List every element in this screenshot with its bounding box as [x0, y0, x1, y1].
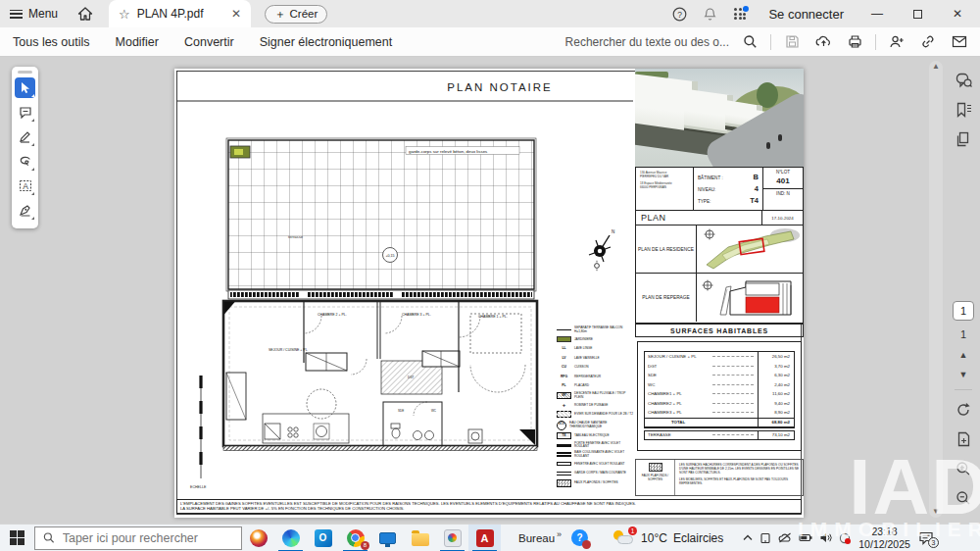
palette-drag-handle[interactable] — [18, 71, 32, 74]
chrome-badge: 8 — [361, 541, 369, 550]
apartment-walls — [223, 301, 537, 451]
legend-item: CUCUISSON — [557, 364, 633, 371]
pages-panel-button[interactable] — [952, 127, 975, 151]
bureau-toolbar[interactable]: Bureau » — [518, 532, 562, 544]
start-button[interactable] — [10, 530, 24, 545]
star-icon[interactable]: ☆ — [119, 7, 130, 22]
restore-icon — [913, 10, 922, 19]
expand-chevrons-icon[interactable]: » — [557, 529, 562, 539]
room-label-chambre1: CHAMBRE 1 + PL. — [478, 315, 508, 319]
taskbar-app-chrome[interactable]: 8 — [339, 525, 371, 551]
plus-icon: ＋ — [274, 7, 286, 22]
menu-button[interactable]: Menu — [0, 0, 68, 27]
tray-volume-icon[interactable] — [819, 532, 832, 543]
table-row: CHAMBRE2 + PL9,40 m2 — [645, 399, 794, 409]
share-button[interactable] — [812, 31, 834, 53]
table-row: SDE6,30 m2 — [645, 371, 794, 380]
table-terrasse-row: TERRASSE73,10 m2 — [644, 430, 795, 440]
page-scrollbar[interactable]: ▲ ▼ — [929, 61, 943, 518]
draw-tool[interactable] — [15, 151, 35, 172]
legend-symbol — [557, 411, 571, 418]
room-label-sde: SDE — [398, 409, 404, 413]
taskbar-app-edge[interactable] — [274, 525, 307, 551]
taskbar-app-opera[interactable] — [242, 525, 274, 551]
disclaimer-box: L'EMPLACEMENT DES GAINES SOFFITES EVENTU… — [176, 499, 802, 515]
search-field[interactable]: Rechercher du texte ou des o... — [565, 35, 729, 49]
fountain-pen-icon — [19, 204, 32, 217]
taskbar-app-explorer[interactable] — [404, 525, 436, 551]
title-block: 130 Avenue Maurice PIERREFEU DU VAR 18 E… — [635, 167, 804, 324]
monitor-icon — [379, 532, 396, 544]
print-button[interactable] — [844, 31, 865, 53]
taskbar-search[interactable] — [34, 526, 242, 550]
add-reviewer-button[interactable] — [886, 31, 907, 53]
next-page-button[interactable]: ▼ — [959, 370, 968, 379]
minimize-button[interactable]: — — [860, 0, 894, 27]
person-add-icon — [889, 34, 905, 49]
fit-page-button[interactable] — [952, 427, 975, 451]
sign-tool[interactable] — [15, 200, 35, 221]
comments-panel-button[interactable] — [952, 69, 975, 92]
tab-close-icon[interactable]: ✕ — [231, 7, 241, 21]
search-icon — [43, 531, 55, 544]
sign-menu-item[interactable]: Signer électroniquement — [247, 35, 406, 49]
zoom-out-button[interactable] — [952, 486, 975, 510]
save-button[interactable] — [781, 31, 803, 53]
zoom-in-button[interactable] — [952, 457, 975, 480]
close-button[interactable]: ✕ — [941, 0, 974, 27]
tools-menu-item[interactable]: Tous les outils — [0, 35, 103, 49]
restore-button[interactable] — [901, 0, 934, 27]
bureau-label: Bureau — [518, 532, 555, 544]
scroll-up-icon[interactable]: ▲ — [932, 63, 940, 71]
help-tray-icon[interactable]: ? — [571, 529, 588, 546]
tree — [757, 82, 778, 108]
taskbar-app-remote[interactable] — [371, 525, 404, 551]
select-tool[interactable] — [15, 77, 35, 98]
help-icon: ? — [672, 7, 687, 22]
add-text-tool[interactable]: A — [15, 175, 35, 196]
convert-menu-item[interactable]: Convertir — [172, 35, 247, 49]
edge-icon — [282, 529, 300, 547]
create-button[interactable]: ＋ Créer — [265, 5, 327, 24]
bookmarks-panel-button[interactable] — [952, 98, 975, 122]
taskbar-app-acrobat[interactable]: A — [468, 525, 501, 551]
titlebar-right: ? Se connecter — ✕ — [667, 0, 980, 27]
tray-battery-icon[interactable] — [799, 533, 812, 542]
highlight-tool[interactable] — [15, 126, 35, 147]
plan-legend: SEPARATIF TERRASSE BALCON H=1,80m JARDIN… — [557, 326, 633, 487]
notification-center-button[interactable]: 3 — [918, 531, 934, 545]
taskbar-app-paint[interactable] — [436, 525, 468, 551]
niveau-label: NIVEAU: — [698, 187, 715, 192]
bell-icon — [703, 7, 717, 22]
clock-date: 10/12/2025 — [858, 538, 910, 551]
tray-security-icon[interactable] — [839, 532, 851, 544]
tray-cloud-off-icon[interactable] — [778, 532, 792, 543]
signin-button[interactable]: Se connecter — [768, 7, 844, 22]
legend-symbol — [557, 479, 571, 487]
page-number-input[interactable]: 1 — [953, 301, 974, 321]
legend-item: RFGREFRIGERATEUR — [557, 374, 633, 380]
help-button[interactable]: ? — [667, 3, 691, 25]
link-button[interactable] — [917, 31, 939, 53]
apps-button[interactable] — [728, 3, 752, 25]
taskbar-app-outlook[interactable]: O — [307, 525, 339, 551]
previous-page-button[interactable]: ▲ — [959, 350, 968, 360]
email-button[interactable] — [949, 31, 970, 53]
legend-symbol: EP — [557, 392, 571, 399]
scroll-down-icon[interactable]: ▼ — [932, 508, 940, 516]
comment-icon — [19, 106, 32, 119]
clock[interactable]: 23:18 10/12/2025 — [858, 526, 910, 550]
search-button[interactable] — [739, 31, 760, 53]
notifications-button[interactable] — [698, 3, 721, 25]
tray-expand-icon[interactable] — [743, 534, 753, 541]
toolbar: Tous les outils Modifier Convertir Signe… — [0, 27, 980, 57]
rotate-page-button[interactable] — [952, 398, 975, 422]
plan-title: PLAN NOTAIRE — [447, 81, 553, 93]
home-button[interactable] — [68, 0, 103, 27]
taskbar-search-input[interactable] — [63, 531, 233, 545]
comment-tool[interactable] — [15, 102, 35, 123]
document-tab[interactable]: ☆ PLAN 4P.pdf ✕ — [109, 0, 251, 27]
edit-menu-item[interactable]: Modifier — [103, 35, 172, 49]
tray-device-icon[interactable] — [760, 532, 771, 544]
weather-widget[interactable]: 1 10°C Eclaircies — [613, 529, 723, 547]
